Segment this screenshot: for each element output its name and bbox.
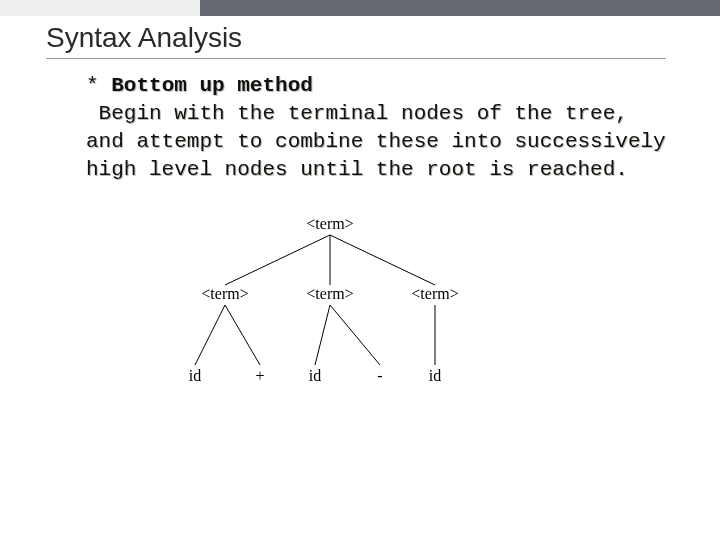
tree-leaf-1: + [255,367,264,385]
svg-line-6 [330,305,380,365]
tree-lines [140,215,520,415]
svg-line-5 [315,305,330,365]
page-title: Syntax Analysis [46,22,242,54]
tree-leaf-4: id [429,367,441,385]
svg-line-0 [225,235,330,285]
svg-line-3 [195,305,225,365]
method-heading: Bottom up method [111,74,313,97]
tree-mid-2: <term> [411,285,458,303]
bullet-marker: * [86,74,99,97]
parse-tree-diagram: <term> <term> <term> <term> id + id - id [140,215,520,415]
svg-line-4 [225,305,260,365]
title-underline [46,58,666,59]
tree-leaf-0: id [189,367,201,385]
tree-mid-1: <term> [306,285,353,303]
body-paragraph: Begin with the terminal nodes of the tre… [86,102,666,181]
top-bar-accent [0,0,200,16]
tree-mid-0: <term> [201,285,248,303]
body-text: * Bottom up method Begin with the termin… [86,72,676,184]
tree-leaf-3: - [377,367,382,385]
tree-leaf-2: id [309,367,321,385]
tree-root: <term> [306,215,353,233]
svg-line-2 [330,235,435,285]
